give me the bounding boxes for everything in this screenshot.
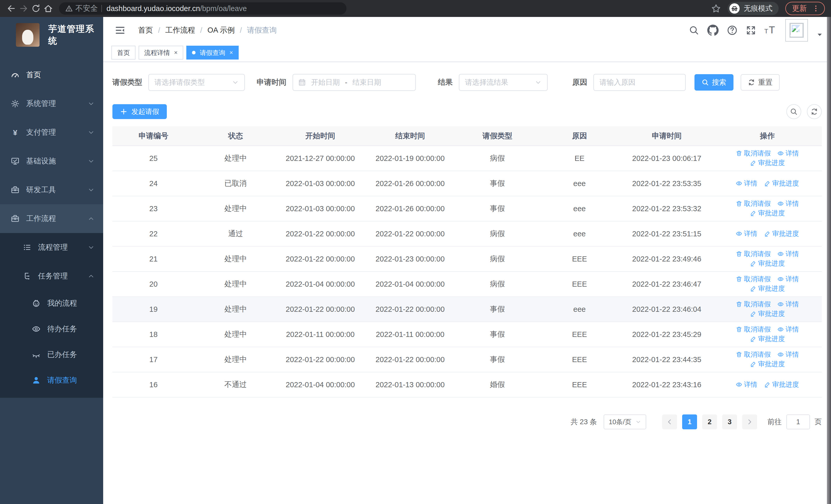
page-button-1[interactable]: 1	[682, 414, 697, 429]
detail-link[interactable]: 详情	[777, 149, 799, 158]
help-icon[interactable]	[727, 25, 738, 36]
next-page-button[interactable]	[742, 414, 757, 429]
fullscreen-icon[interactable]	[746, 25, 756, 35]
progress-link[interactable]: 审批进度	[750, 284, 785, 293]
cancel-link[interactable]: 取消请假	[736, 149, 771, 158]
tab-active-leave-query[interactable]: 请假查询×	[186, 46, 239, 60]
goto-page-input[interactable]	[786, 414, 810, 429]
browser-menu-icon[interactable]	[812, 5, 820, 12]
close-tab-icon[interactable]: ×	[229, 49, 233, 56]
bookmark-star-icon[interactable]	[711, 4, 721, 13]
cancel-link[interactable]: 取消请假	[736, 325, 771, 334]
user-avatar[interactable]	[785, 19, 808, 41]
detail-link[interactable]: 详情	[736, 179, 757, 188]
forward-icon[interactable]	[18, 2, 30, 14]
close-tab-icon[interactable]: ×	[174, 49, 178, 56]
table-body: 25处理中2021-12-27 00:00:002022-01-19 00:00…	[112, 146, 822, 397]
back-icon[interactable]	[5, 2, 18, 14]
search-button[interactable]: 搜索	[694, 74, 734, 91]
collapse-sidebar-icon[interactable]	[111, 25, 130, 35]
progress-link[interactable]: 审批进度	[750, 334, 785, 343]
cancel-link[interactable]: 取消请假	[736, 350, 771, 359]
sidebar-item-infrastructure[interactable]: 基础设施	[0, 147, 103, 176]
sidebar-item-task-management[interactable]: 任务管理	[0, 262, 103, 291]
detail-link[interactable]: 详情	[777, 350, 799, 359]
sidebar-item-workflow[interactable]: 工作流程	[0, 204, 103, 233]
home-icon[interactable]	[42, 2, 54, 14]
update-button[interactable]: 更新	[785, 2, 825, 15]
page-buttons: 123	[677, 414, 737, 429]
sidebar-item-home[interactable]: 首页	[0, 61, 103, 89]
gauge-icon	[11, 70, 20, 79]
sidebar-item-leave-query[interactable]: 请假查询	[0, 367, 103, 393]
detail-link[interactable]: 详情	[736, 229, 757, 238]
sidebar-item-payment-management[interactable]: ¥支付管理	[0, 118, 103, 147]
edit-icon	[750, 336, 756, 342]
progress-link[interactable]: 审批进度	[750, 259, 785, 268]
address-bar[interactable]: 不安全 dashboard.yudao.iocoder.cn/bpm/oa/le…	[59, 2, 346, 14]
plus-icon	[120, 108, 127, 115]
cancel-link[interactable]: 取消请假	[736, 249, 771, 259]
breadcrumb-item[interactable]: 工作流程	[165, 25, 195, 35]
cell-reason: EE	[539, 146, 621, 171]
sidebar-item-todo-tasks[interactable]: 待办任务	[0, 316, 103, 342]
sidebar-item-my-process[interactable]: 我的流程	[0, 291, 103, 316]
sidebar-menu: 首页系统管理¥支付管理基础设施研发工具工作流程流程管理任务管理我的流程待办任务已…	[0, 61, 103, 398]
page-button-3[interactable]: 3	[722, 414, 737, 429]
cancel-link[interactable]: 取消请假	[736, 274, 771, 284]
cell-actions: 取消请假详情审批进度	[713, 246, 822, 271]
progress-link[interactable]: 审批进度	[750, 158, 785, 167]
progress-link[interactable]: 审批进度	[764, 380, 799, 389]
cell-apply: 2022-01-22 23:53:35	[621, 171, 713, 196]
cell-apply: 2022-01-22 23:46:04	[621, 297, 713, 322]
progress-link[interactable]: 审批进度	[750, 309, 785, 318]
progress-link[interactable]: 审批进度	[750, 359, 785, 368]
sidebar-item-done-tasks[interactable]: 已办任务	[0, 342, 103, 367]
github-icon[interactable]	[707, 25, 719, 36]
font-size-icon[interactable]: TT	[764, 25, 776, 36]
progress-link[interactable]: 审批进度	[764, 229, 799, 238]
progress-link[interactable]: 审批进度	[750, 209, 785, 217]
detail-link[interactable]: 详情	[777, 249, 799, 259]
view-icon	[777, 301, 784, 307]
refresh-table-button[interactable]	[807, 104, 822, 119]
page-size-select[interactable]: 10条/页	[604, 414, 646, 429]
cancel-link[interactable]: 取消请假	[736, 300, 771, 309]
breadcrumb-item[interactable]: 首页	[138, 25, 153, 35]
cancel-link[interactable]: 取消请假	[736, 199, 771, 208]
chevron-up-icon	[88, 273, 94, 279]
sidebar-logo[interactable]: 芋道管理系统	[0, 17, 103, 53]
page-button-2[interactable]: 2	[702, 414, 717, 429]
sidebar-item-label: 支付管理	[26, 127, 56, 138]
tab-process-detail[interactable]: 流程详情×	[139, 46, 183, 60]
avatar-caret-icon[interactable]	[816, 31, 823, 38]
sidebar-item-system-management[interactable]: 系统管理	[0, 89, 103, 118]
reload-icon[interactable]	[30, 2, 42, 14]
detail-link[interactable]: 详情	[777, 199, 799, 208]
cell-status: 处理中	[195, 146, 277, 171]
view-icon	[777, 200, 784, 207]
table-header-row: 申请编号状态开始时间结束时间请假类型原因申请时间操作	[112, 126, 822, 146]
trash-icon	[736, 276, 742, 282]
show-search-button[interactable]	[786, 104, 801, 119]
leave-type-select[interactable]: 请选择请假类型	[148, 74, 245, 91]
prev-page-button[interactable]	[662, 414, 677, 429]
sidebar-item-process-management[interactable]: 流程管理	[0, 233, 103, 262]
create-leave-button[interactable]: 发起请假	[112, 104, 167, 119]
detail-link[interactable]: 详情	[777, 325, 799, 334]
sidebar-item-dev-tools[interactable]: 研发工具	[0, 176, 103, 204]
cell-reason: eee	[539, 221, 621, 246]
breadcrumb-item[interactable]: OA 示例	[207, 25, 235, 35]
search-icon[interactable]	[689, 25, 699, 35]
cell-type: 婚假	[456, 372, 539, 397]
reason-input[interactable]: 请输入原因	[593, 74, 686, 91]
detail-link[interactable]: 详情	[777, 300, 799, 309]
detail-link[interactable]: 详情	[736, 380, 757, 389]
progress-link[interactable]: 审批进度	[764, 179, 799, 188]
apply-time-range-picker[interactable]: 开始日期 - 结束日期	[292, 74, 416, 91]
tab-home[interactable]: 首页	[111, 46, 136, 60]
cell-start: 2022-01-22 00:00:00	[277, 221, 364, 246]
detail-link[interactable]: 详情	[777, 274, 799, 284]
reset-button[interactable]: 重置	[741, 74, 780, 91]
result-select[interactable]: 请选择流结果	[459, 74, 548, 91]
